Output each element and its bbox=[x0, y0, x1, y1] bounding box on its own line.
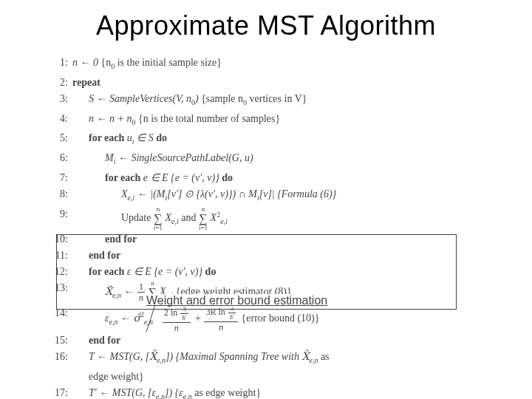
line-number: 4: bbox=[47, 111, 72, 127]
algo-line: 15:end for bbox=[47, 332, 510, 349]
algo-line: 6:Mi ← SingleSourcePathLabel(G, u) bbox=[47, 150, 510, 170]
algorithm-listing: Weight and error bound estimation 1:n ← … bbox=[47, 55, 510, 399]
line-number: 16: bbox=[47, 349, 72, 365]
algo-line: 16:T ← MST(G, [X̂e,n]) {Maximal Spanning… bbox=[47, 349, 510, 369]
line-number: 7: bbox=[47, 170, 72, 186]
line-body: for each ui ∈ S do bbox=[72, 130, 167, 150]
algo-line: 9:Update n∑i=1 Xe,i and n∑i=1 X2e,i bbox=[47, 206, 510, 231]
line-number: 9: bbox=[47, 206, 72, 222]
algo-line: 7:for each e ∈ E {e = (v′, v)} do bbox=[47, 170, 510, 186]
line-number: 6: bbox=[47, 150, 72, 166]
line-number: 1: bbox=[47, 55, 72, 71]
line-body: T′ ← MST(G, [εe,n]) {εe,n as edge weight… bbox=[72, 385, 261, 399]
algo-line: 5:for each ui ∈ S do bbox=[47, 130, 510, 150]
line-body: end for bbox=[72, 332, 120, 349]
algo-line: 1:n ← 0 {n0 is the initial sample size} bbox=[47, 55, 510, 75]
algo-line: edge weight} bbox=[47, 369, 510, 385]
line-body: Mi ← SingleSourcePathLabel(G, u) bbox=[72, 150, 253, 170]
line-number: 8: bbox=[47, 186, 72, 202]
line-number: 2: bbox=[47, 75, 72, 91]
line-body: Xe,i ← |(Mi[v′] ⊙ {λ(v′, v)}) ∩ Mi[v]| {… bbox=[72, 186, 336, 206]
line-body: n ← 0 {n0 is the initial sample size} bbox=[72, 55, 222, 75]
algo-line: 8:Xe,i ← |(Mi[v′] ⊙ {λ(v′, v)}) ∩ Mi[v]|… bbox=[47, 186, 510, 206]
line-body: T ← MST(G, [X̂e,n]) {Maximal Spanning Tr… bbox=[72, 349, 330, 369]
line-body: Update n∑i=1 Xe,i and n∑i=1 X2e,i bbox=[72, 206, 228, 231]
line-body: repeat bbox=[72, 75, 100, 91]
algo-line: 2:repeat bbox=[47, 75, 510, 91]
line-body: n ← n + n0 {n is the total number of sam… bbox=[72, 111, 280, 131]
line-number: 17: bbox=[47, 385, 72, 399]
line-body: edge weight} bbox=[72, 369, 144, 385]
line-number: 15: bbox=[47, 332, 72, 349]
line-number: 5: bbox=[47, 130, 72, 146]
algo-line: 3:S ← SampleVertices(V, n0) {sample n0 v… bbox=[47, 91, 510, 111]
algo-line: 17:T′ ← MST(G, [εe,n]) {εe,n as edge wei… bbox=[47, 385, 510, 399]
algo-line: 4:n ← n + n0 {n is the total number of s… bbox=[47, 111, 510, 131]
line-body: S ← SampleVertices(V, n0) {sample n0 ver… bbox=[72, 91, 307, 111]
line-body: for each e ∈ E {e = (v′, v)} do bbox=[72, 170, 233, 186]
page-title: Approximate MST Algorithm bbox=[0, 10, 532, 41]
line-number: 3: bbox=[47, 91, 72, 107]
